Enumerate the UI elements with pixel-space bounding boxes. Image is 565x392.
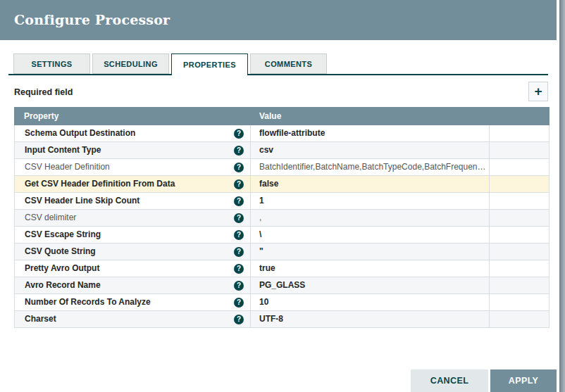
plus-icon: + bbox=[534, 84, 542, 98]
property-value[interactable]: flowfile-attribute bbox=[251, 125, 490, 141]
table-row: CSV Header Definition?BatchIdentifier,Ba… bbox=[15, 159, 549, 176]
help-icon[interactable]: ? bbox=[234, 163, 244, 172]
table-row: Get CSV Header Definition From Data?fals… bbox=[15, 176, 549, 193]
add-property-button[interactable]: + bbox=[528, 82, 548, 101]
property-name: Input Content Type bbox=[25, 142, 101, 158]
row-filler-cell bbox=[490, 193, 549, 209]
table-row: CSV delimiter?, bbox=[15, 210, 549, 227]
row-filler-cell bbox=[490, 244, 549, 260]
property-name-cell: CSV Header Line Skip Count? bbox=[15, 193, 251, 209]
property-value[interactable]: 1 bbox=[251, 193, 490, 209]
property-name-cell: CSV Quote String? bbox=[15, 244, 251, 260]
required-field-label: Required field bbox=[14, 82, 73, 102]
table-header: Property Value bbox=[14, 107, 550, 125]
property-value[interactable]: csv bbox=[251, 142, 490, 158]
vertical-scrollbar[interactable] bbox=[559, 0, 565, 392]
help-icon[interactable]: ? bbox=[234, 281, 244, 291]
row-filler-cell bbox=[490, 142, 549, 158]
property-name: CSV Escape String bbox=[25, 227, 101, 243]
help-icon[interactable]: ? bbox=[234, 129, 244, 139]
table-row: CSV Header Line Skip Count?1 bbox=[15, 193, 549, 210]
row-filler-cell bbox=[490, 311, 549, 327]
property-value[interactable]: 10 bbox=[251, 294, 490, 310]
property-name-cell: CSV delimiter? bbox=[15, 210, 251, 226]
property-name: Charset bbox=[25, 311, 56, 327]
help-icon[interactable]: ? bbox=[234, 315, 244, 324]
help-icon[interactable]: ? bbox=[234, 247, 244, 257]
property-value[interactable]: BatchIdentifier,BatchName,BatchTypeCode,… bbox=[251, 159, 490, 175]
table-row: Avro Record Name?PG_GLASS bbox=[15, 277, 549, 294]
property-name-cell: Schema Output Destination? bbox=[15, 125, 251, 141]
row-filler-cell bbox=[490, 176, 549, 192]
configure-processor-dialog: Configure Processor SETTINGSSCHEDULINGPR… bbox=[0, 0, 565, 392]
property-name: Number Of Records To Analyze bbox=[25, 294, 151, 310]
table-row: CSV Quote String?" bbox=[15, 244, 549, 260]
property-value[interactable]: true bbox=[251, 260, 490, 277]
table-row: Pretty Avro Output?true bbox=[15, 260, 549, 277]
help-icon[interactable]: ? bbox=[234, 146, 244, 156]
help-icon[interactable]: ? bbox=[234, 264, 244, 274]
tab-bar: SETTINGSSCHEDULINGPROPERTIESCOMMENTS bbox=[8, 53, 548, 75]
property-name: Schema Output Destination bbox=[25, 125, 135, 141]
property-name: Avro Record Name bbox=[25, 277, 101, 293]
properties-table-body: Schema Output Destination?flowfile-attri… bbox=[14, 125, 550, 328]
property-name-cell: CSV Header Definition? bbox=[15, 159, 251, 175]
property-name-cell: Number Of Records To Analyze? bbox=[15, 294, 251, 310]
table-row: CSV Escape String?\ bbox=[15, 227, 549, 244]
row-filler-cell bbox=[490, 260, 549, 277]
properties-table: Property Value Schema Output Destination… bbox=[14, 107, 550, 328]
help-icon[interactable]: ? bbox=[234, 179, 244, 189]
property-name: CSV Quote String bbox=[25, 244, 96, 260]
table-row: Schema Output Destination?flowfile-attri… bbox=[15, 125, 549, 142]
property-name: CSV Header Line Skip Count bbox=[25, 193, 139, 209]
tab-properties[interactable]: PROPERTIES bbox=[171, 53, 248, 75]
row-filler-cell bbox=[490, 210, 549, 226]
tab-comments[interactable]: COMMENTS bbox=[250, 53, 327, 74]
property-value[interactable]: , bbox=[251, 210, 490, 226]
tab-settings[interactable]: SETTINGS bbox=[13, 53, 90, 74]
property-name-cell: Avro Record Name? bbox=[15, 277, 251, 293]
table-row: Number Of Records To Analyze?10 bbox=[15, 294, 549, 311]
property-name: Pretty Avro Output bbox=[25, 260, 99, 277]
row-filler-cell bbox=[490, 159, 549, 175]
row-filler-cell bbox=[490, 294, 549, 310]
column-header-property: Property bbox=[14, 111, 251, 121]
row-filler-cell bbox=[490, 277, 549, 293]
help-icon[interactable]: ? bbox=[234, 196, 244, 206]
tab-scheduling[interactable]: SCHEDULING bbox=[92, 53, 169, 74]
property-name-cell: CSV Escape String? bbox=[15, 227, 251, 243]
help-icon[interactable]: ? bbox=[234, 298, 244, 308]
property-name-cell: Get CSV Header Definition From Data? bbox=[15, 176, 251, 192]
property-name-cell: Pretty Avro Output? bbox=[15, 260, 251, 277]
table-row: Input Content Type?csv bbox=[15, 142, 549, 159]
property-value[interactable]: \ bbox=[251, 227, 490, 243]
property-name: CSV delimiter bbox=[25, 210, 76, 226]
dialog-title: Configure Processor bbox=[14, 0, 170, 40]
property-value[interactable]: UTF-8 bbox=[251, 311, 490, 327]
property-name: Get CSV Header Definition From Data bbox=[25, 176, 175, 192]
row-filler-cell bbox=[490, 227, 549, 243]
row-filler-cell bbox=[490, 125, 549, 141]
property-name-cell: Charset? bbox=[15, 311, 251, 327]
help-icon[interactable]: ? bbox=[234, 230, 244, 240]
cancel-button[interactable]: CANCEL bbox=[411, 369, 488, 392]
property-name: CSV Header Definition bbox=[25, 159, 110, 175]
column-header-value: Value bbox=[251, 111, 490, 121]
help-icon[interactable]: ? bbox=[234, 213, 244, 223]
property-value[interactable]: false bbox=[251, 176, 490, 192]
property-value[interactable]: " bbox=[251, 244, 490, 260]
property-value[interactable]: PG_GLASS bbox=[251, 277, 490, 293]
apply-button[interactable]: APPLY bbox=[490, 369, 557, 392]
table-row: Charset?UTF-8 bbox=[15, 311, 549, 328]
dialog-header: Configure Processor bbox=[0, 0, 557, 40]
property-name-cell: Input Content Type? bbox=[15, 142, 251, 158]
